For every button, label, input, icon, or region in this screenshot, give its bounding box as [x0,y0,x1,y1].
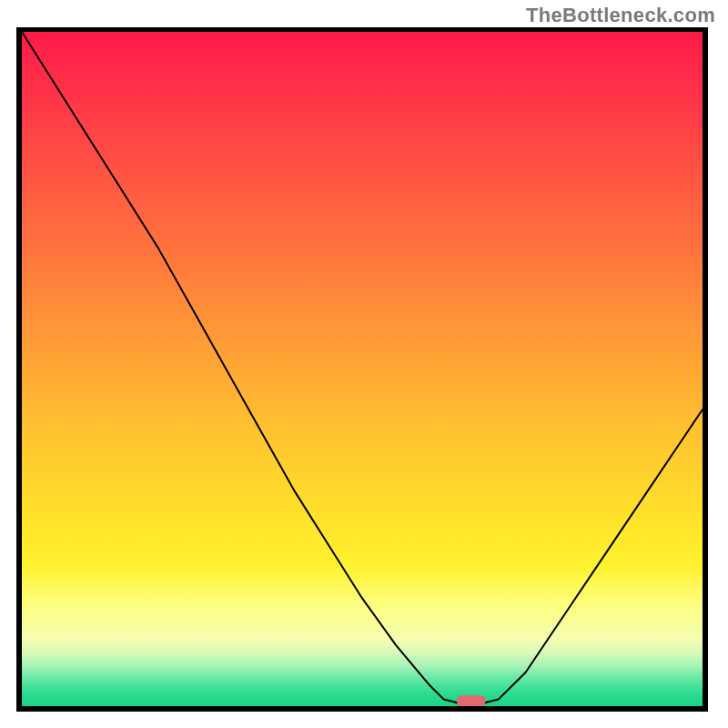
chart-curve-layer [22,32,703,706]
chart-curve [22,32,703,706]
chart-plot-area [22,32,703,706]
chart-frame [16,27,708,712]
watermark-text: TheBottleneck.com [526,4,715,27]
chart-marker [457,695,485,706]
